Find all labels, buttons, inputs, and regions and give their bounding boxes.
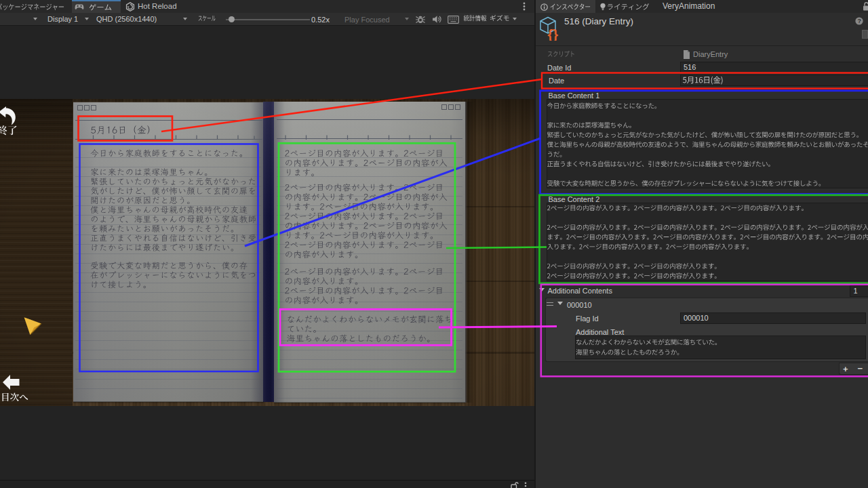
svg-text:?: ? (858, 18, 862, 24)
svg-text:{}: {} (548, 27, 559, 41)
